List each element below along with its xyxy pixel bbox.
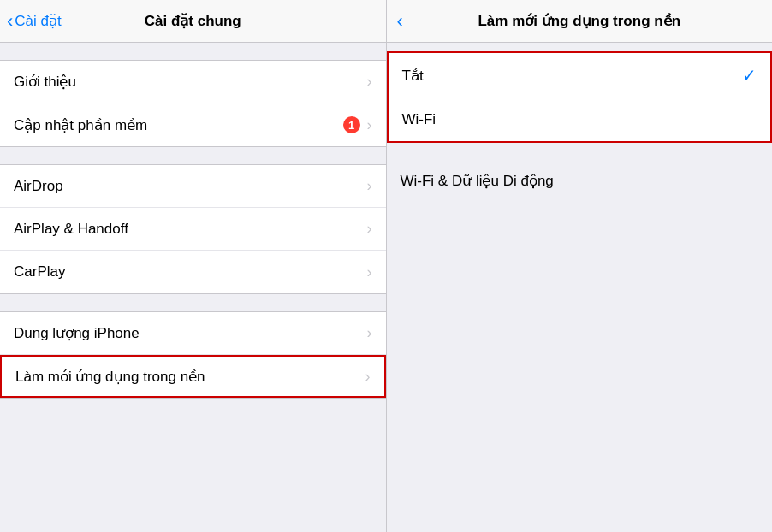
sidebar-item-dung-luong[interactable]: Dung lượng iPhone › [0, 312, 386, 355]
right-header: ‹ Làm mới ứng dụng trong nền [387, 0, 773, 43]
airplay-chevron-icon: › [367, 220, 372, 238]
cap-nhat-label: Cập nhật phần mềm [14, 116, 343, 134]
left-header: ‹ Cài đặt Cài đặt chung [0, 0, 386, 43]
wifi-label: Wi-Fi [402, 111, 757, 128]
right-panel: ‹ Làm mới ứng dụng trong nền Tắt ✓ Wi-Fi… [387, 0, 773, 532]
update-badge: 1 [343, 116, 360, 133]
settings-group-1: Giới thiệu › Cập nhật phần mềm 1 › [0, 60, 386, 147]
carplay-chevron-icon: › [367, 263, 372, 281]
right-header-title: Làm mới ứng dụng trong nền [478, 12, 680, 30]
divider-2 [0, 294, 386, 311]
left-header-title: Cài đặt chung [145, 12, 241, 30]
airdrop-chevron-icon: › [367, 177, 372, 195]
carplay-label: CarPlay [14, 263, 367, 281]
airplay-label: AirPlay & Handoff [14, 221, 367, 238]
options-group: Tắt ✓ Wi-Fi [387, 51, 773, 143]
left-panel: ‹ Cài đặt Cài đặt chung Giới thiệu › Cập… [0, 0, 387, 532]
settings-group-3: Dung lượng iPhone › Làm mới ứng dụng tro… [0, 311, 386, 399]
divider-1 [0, 147, 386, 164]
dung-luong-label: Dung lượng iPhone [14, 324, 367, 342]
back-chevron-icon: ‹ [7, 12, 13, 31]
tat-check-icon: ✓ [742, 65, 757, 86]
gioi-thieu-chevron-icon: › [367, 73, 372, 91]
right-settings-content: Tắt ✓ Wi-Fi Wi-Fi & Dữ liệu Di động [387, 43, 773, 532]
sidebar-item-gioi-thieu[interactable]: Giới thiệu › [0, 61, 386, 103]
back-button[interactable]: ‹ Cài đặt [7, 12, 62, 31]
option-tat[interactable]: Tắt ✓ [389, 53, 771, 98]
gioi-thieu-label: Giới thiệu [14, 73, 367, 91]
sidebar-item-lam-moi[interactable]: Làm mới ứng dụng trong nền › [0, 355, 386, 398]
sidebar-item-airplay[interactable]: AirPlay & Handoff › [0, 208, 386, 251]
cap-nhat-chevron-icon: › [367, 116, 372, 134]
left-settings-content: Giới thiệu › Cập nhật phần mềm 1 › AirDr… [0, 43, 386, 532]
settings-group-2: AirDrop › AirPlay & Handoff › CarPlay › [0, 164, 386, 294]
extra-option-label: Wi-Fi & Dữ liệu Di động [401, 173, 554, 189]
extra-option-wifi-data: Wi-Fi & Dữ liệu Di động [387, 160, 773, 202]
dung-luong-chevron-icon: › [367, 324, 372, 342]
option-wifi[interactable]: Wi-Fi [389, 98, 771, 141]
right-back-button[interactable]: ‹ [397, 12, 403, 31]
lam-moi-label: Làm mới ứng dụng trong nền [15, 368, 365, 386]
back-label: Cài đặt [15, 12, 61, 30]
sidebar-item-airdrop[interactable]: AirDrop › [0, 165, 386, 208]
tat-label: Tắt [402, 67, 743, 85]
sidebar-item-cap-nhat[interactable]: Cập nhật phần mềm 1 › [0, 103, 386, 146]
lam-moi-chevron-icon: › [365, 368, 371, 386]
sidebar-item-carplay[interactable]: CarPlay › [0, 251, 386, 293]
airdrop-label: AirDrop [14, 178, 367, 195]
